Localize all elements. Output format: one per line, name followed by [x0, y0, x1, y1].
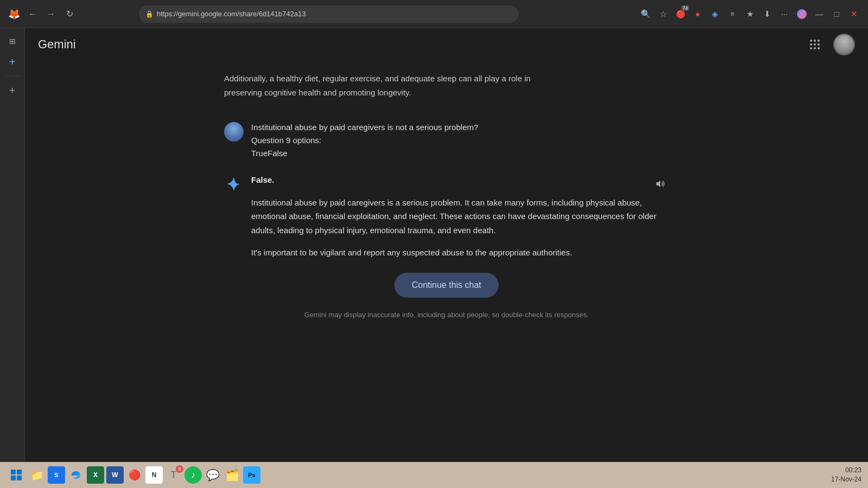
svg-point-1 — [810, 40, 812, 42]
svg-point-4 — [810, 43, 812, 46]
user-message-avatar — [224, 122, 244, 142]
maximize-btn[interactable]: □ — [829, 7, 844, 22]
gemini-page: Gemini — [25, 28, 868, 462]
taskbar-edge-icon[interactable] — [67, 466, 85, 484]
taskbar-icon-red[interactable]: 🔴 — [126, 466, 143, 484]
download-icon[interactable]: ⬇ — [760, 7, 775, 22]
taskbar-folder2-icon[interactable]: 🗂️ — [224, 466, 241, 484]
svg-point-9 — [818, 47, 820, 49]
gemini-header-right — [805, 34, 855, 55]
partial-line1: Additionally, a healthy diet, regular ex… — [224, 74, 531, 83]
response-para1: Institutional abuse by paid caregivers i… — [251, 196, 669, 237]
extension-icon3[interactable]: ◈ — [707, 7, 723, 22]
theme-icon[interactable] — [794, 7, 809, 22]
browser-controls: 🦊 ← → ↻ — [7, 7, 77, 22]
taskbar-photoshop-icon[interactable]: Ps — [243, 466, 260, 484]
svg-point-7 — [810, 47, 812, 49]
taskbar: 📁 S X W 🔴 N T 8 ♪ 💬 🗂️ Ps 00:23 17-Nov-2… — [0, 462, 868, 488]
response-text-container: False. Institutional abuse by paid careg… — [251, 173, 669, 260]
gemini-header: Gemini — [25, 28, 868, 61]
sidebar-action-icon[interactable]: + — [4, 82, 21, 99]
volume-icon — [654, 178, 666, 190]
response-para2: It's important to be vigilant and report… — [251, 246, 669, 260]
disclaimer-text: Gemini may display inaccurate info, incl… — [224, 306, 669, 328]
sound-icon-container — [652, 175, 669, 192]
star-icon-btn[interactable]: ★ — [742, 7, 757, 22]
taskbar-clock: 00:23 17-Nov-24 — [831, 466, 861, 484]
svg-point-6 — [818, 43, 820, 46]
user-avatar-image — [224, 122, 244, 142]
svg-point-3 — [818, 40, 820, 42]
taskbar-time-display: 00:23 — [831, 466, 861, 475]
taskbar-right: 00:23 17-Nov-24 — [831, 466, 861, 484]
user-message-text: Institutional abuse by paid caregivers i… — [251, 121, 669, 160]
browser-sidebar: ⊞ + + — [0, 28, 25, 462]
continue-chat-button[interactable]: Continue this chat — [394, 273, 499, 298]
avatar-image — [834, 35, 854, 54]
user-question-line3: TrueFalse — [251, 147, 669, 160]
browser-right-icons: 🔍 ☆ 🔴 74 ● ◈ ≡ ★ ⬇ ··· — □ — [638, 7, 861, 22]
bookmark-icon-btn[interactable]: ☆ — [655, 7, 671, 22]
user-question-line2: Question 9 options: — [251, 134, 669, 147]
sidebar-divider — [5, 76, 20, 76]
forward-button[interactable]: → — [43, 7, 59, 22]
back-button[interactable]: ← — [25, 7, 40, 22]
user-question-line1: Institutional abuse by paid caregivers i… — [251, 121, 669, 134]
response-bold: False. — [251, 175, 275, 184]
more-icon[interactable]: ··· — [777, 7, 792, 22]
partial-response-text: Additionally, a healthy diet, regular ex… — [224, 61, 669, 121]
gemini-response: False. Institutional abuse by paid careg… — [224, 173, 669, 260]
refresh-button[interactable]: ↻ — [62, 7, 77, 22]
sound-button[interactable] — [652, 175, 669, 192]
svg-point-5 — [814, 43, 816, 46]
url-text: https://gemini.google.com/share/6d141b74… — [157, 10, 512, 18]
extension-red-icon[interactable]: 🔴 74 — [673, 7, 688, 22]
taskbar-icon2[interactable]: S — [48, 466, 65, 484]
taskbar-word-icon[interactable]: W — [106, 466, 124, 484]
taskbar-messenger-icon[interactable]: 💬 — [204, 466, 221, 484]
sidebar-new-tab-icon[interactable]: + — [4, 53, 21, 70]
four-pointed-star — [226, 176, 241, 191]
content-wrapper: Additionally, a healthy diet, regular ex… — [202, 61, 691, 328]
minimize-btn[interactable]: — — [812, 7, 827, 22]
taskbar-date-display: 17-Nov-24 — [831, 475, 861, 484]
user-message: Institutional abuse by paid caregivers i… — [224, 121, 669, 160]
windows-logo — [11, 470, 22, 480]
taskbar-spotify-icon[interactable]: ♪ — [184, 466, 202, 484]
partial-line2: preserving cognitive health and promotin… — [224, 88, 411, 97]
user-avatar[interactable] — [833, 34, 855, 55]
svg-point-8 — [814, 47, 816, 49]
gemini-star-icon — [224, 174, 244, 194]
close-btn[interactable]: ✕ — [846, 7, 861, 22]
taskbar-teams-icon[interactable]: T 8 — [165, 466, 182, 484]
start-button[interactable] — [7, 465, 26, 485]
lock-icon: 🔒 — [145, 10, 154, 18]
svg-text:S: S — [54, 472, 58, 478]
response-first-line: False. — [251, 173, 669, 187]
extension-icon2[interactable]: ● — [690, 7, 705, 22]
google-apps-icon[interactable] — [805, 35, 825, 54]
extension-icon4[interactable]: ≡ — [725, 7, 740, 22]
browser-chrome: 🦊 ← → ↻ 🔒 https://gemini.google.com/shar… — [0, 0, 868, 28]
browser-body: ⊞ + + Gemini — [0, 28, 868, 462]
gemini-logo: Gemini — [38, 37, 76, 52]
taskbar-notion-icon[interactable]: N — [145, 466, 163, 484]
chat-content[interactable]: Additionally, a healthy diet, regular ex… — [25, 61, 868, 462]
browser-menu-icon[interactable]: 🦊 — [7, 7, 22, 22]
svg-point-2 — [814, 40, 816, 42]
address-bar[interactable]: 🔒 https://gemini.google.com/share/6d141b… — [139, 5, 519, 23]
taskbar-file-explorer[interactable]: 📁 — [28, 466, 46, 484]
sidebar-tabs-icon[interactable]: ⊞ — [4, 33, 21, 50]
search-icon-btn[interactable]: 🔍 — [638, 7, 653, 22]
taskbar-excel-icon[interactable]: X — [87, 466, 104, 484]
continue-button-container: Continue this chat — [224, 273, 669, 298]
svg-point-0 — [797, 9, 807, 19]
